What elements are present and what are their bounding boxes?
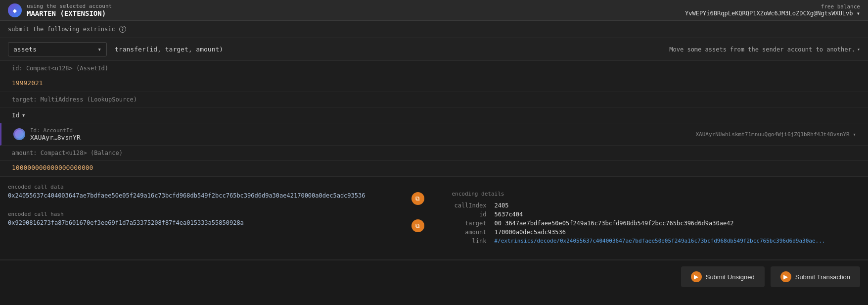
encoded-left: encoded call data 0x24055637c404003647ae…	[8, 184, 424, 253]
encoded-call-hash-row: 0x9290816273fa87b601670ef3ee69f1d7a53375…	[8, 219, 424, 232]
submit-transaction-label: Submit Transaction	[795, 273, 850, 281]
account-id-row: Id: AccountId XAUAyr…8vsnYR XAUAyrNUwhLs…	[0, 123, 868, 146]
encoded-call-data-value: 0x24055637c404003647ae7bdfaee50e05f249a1…	[8, 192, 408, 199]
param-id-value[interactable]: 19992021	[0, 76, 868, 92]
enc-key-callindex: callIndex	[452, 202, 487, 209]
param-amount-label: amount: Compact<u128> (Balance)	[0, 146, 868, 161]
param-amount-section: amount: Compact<u128> (Balance) 10000000…	[0, 146, 868, 177]
copy-call-data-button[interactable]: ⧉	[411, 192, 424, 205]
target-type-value: Id	[12, 111, 20, 119]
enc-val-amount: 170000a0dec5adc93536	[495, 229, 566, 236]
enc-val-target: 00 3647ae7bdfaee50e05f249a16c73bcfd968db…	[495, 220, 734, 227]
encoding-details-title: encoding details	[444, 184, 861, 197]
account-name: MAARTEN (EXTENSION)	[27, 9, 112, 17]
encoded-section: encoded call data 0x24055637c404003647ae…	[0, 177, 868, 260]
free-balance-section: free balance YvWEPYi6BRqpLeKQRQP1XZoWc6J…	[685, 3, 860, 17]
free-balance-label: free balance	[685, 3, 860, 10]
extrinsic-method-row: assets ▾ transfer(id, target, amount) Mo…	[0, 38, 868, 61]
module-select[interactable]: assets ▾	[8, 42, 107, 56]
account-info: using the selected account MAARTEN (EXTE…	[8, 3, 112, 17]
free-balance-value[interactable]: YvWEPYi6BRqpLeKQRQP1XZoWc6JM3LoZDCXg@Ngt…	[685, 10, 860, 17]
extrinsic-section-header: submit the following extrinsic ?	[0, 21, 868, 38]
submit-transaction-button[interactable]: ▶ Submit Transaction	[771, 266, 860, 287]
info-icon[interactable]: ?	[119, 26, 126, 33]
submit-unsigned-button[interactable]: ▶ Submit Unsigned	[681, 266, 765, 287]
param-target-section: target: MultiAddress (LookupSource) Id ▾	[0, 92, 868, 123]
enc-val-link[interactable]: #/extrinsics/decode/0x24055637c404003647…	[495, 238, 825, 245]
enc-val-id: 5637c404	[495, 211, 523, 218]
enc-key-target: target	[452, 220, 487, 227]
extrinsic-label: submit the following extrinsic	[8, 26, 115, 33]
target-type-select[interactable]: Id ▾	[12, 111, 25, 119]
account-shortname: XAUAyr…8vsnYR	[30, 134, 81, 141]
encoded-call-data-row: 0x24055637c404003647ae7bdfaee50e05f249a1…	[8, 192, 424, 205]
method-display: transfer(id, target, amount)	[115, 46, 223, 53]
account-label: using the selected account	[27, 3, 112, 9]
submit-unsigned-label: Submit Unsigned	[706, 273, 755, 281]
param-id-label: id: Compact<u128> (AssetId)	[0, 61, 868, 76]
encoding-row-id: id 5637c404	[452, 210, 853, 219]
target-type-arrow: ▾	[22, 111, 26, 119]
enc-val-callindex: 2405	[495, 202, 509, 209]
method-description: Move some assets from the sender account…	[669, 46, 860, 53]
encoded-call-hash-value: 0x9290816273fa87b601670ef3ee69f1d7a53375…	[8, 219, 408, 226]
param-target-label: target: MultiAddress (LookupSource)	[0, 92, 868, 107]
account-full-address[interactable]: XAUAyrNUwhLskmt71mnuuQgo4Wji6jZQ1bRhf4Jt…	[695, 131, 856, 138]
target-select-row: Id ▾	[0, 107, 868, 123]
param-amount-value[interactable]: 100000000000000000000	[0, 161, 868, 176]
param-id-section: id: Compact<u128> (AssetId) 19992021	[0, 61, 868, 92]
account-text: using the selected account MAARTEN (EXTE…	[27, 3, 112, 17]
encoded-call-data-label: encoded call data	[8, 184, 424, 190]
encoding-row-link: link #/extrinsics/decode/0x24055637c4040…	[452, 237, 853, 246]
submit-transaction-icon: ▶	[780, 271, 791, 282]
module-dropdown-arrow: ▾	[97, 46, 101, 53]
account-avatar	[13, 128, 25, 140]
bottom-bar: ▶ Submit Unsigned ▶ Submit Transaction	[0, 260, 868, 293]
enc-key-amount: amount	[452, 229, 487, 236]
account-id-section: Id: AccountId XAUAyr…8vsnYR	[30, 127, 81, 141]
enc-key-id: id	[452, 211, 487, 218]
top-bar: using the selected account MAARTEN (EXTE…	[0, 0, 868, 21]
module-name: assets	[13, 46, 37, 53]
encoding-row-callindex: callIndex 2405	[452, 201, 853, 210]
copy-call-hash-button[interactable]: ⧉	[411, 219, 424, 232]
encoding-row-amount: amount 170000a0dec5adc93536	[452, 228, 853, 237]
account-id-label: Id: AccountId	[30, 127, 81, 134]
free-balance-address: YvWEPYi6BRqpLeKQRQP1XZoWc6JM3LoZDCXg@Ngt…	[685, 10, 860, 17]
encoding-row-target: target 00 3647ae7bdfaee50e05f249a16c73bc…	[452, 219, 853, 228]
encoded-call-hash-label: encoded call hash	[8, 211, 424, 217]
account-avatar-icon	[8, 3, 22, 17]
desc-arrow: ▾	[857, 47, 860, 52]
encoding-details-panel: encoding details callIndex 2405 id 5637c…	[444, 184, 861, 253]
encoding-table: callIndex 2405 id 5637c404 target 00 364…	[444, 201, 861, 253]
submit-unsigned-icon: ▶	[691, 271, 702, 282]
enc-key-link: link	[452, 238, 487, 245]
